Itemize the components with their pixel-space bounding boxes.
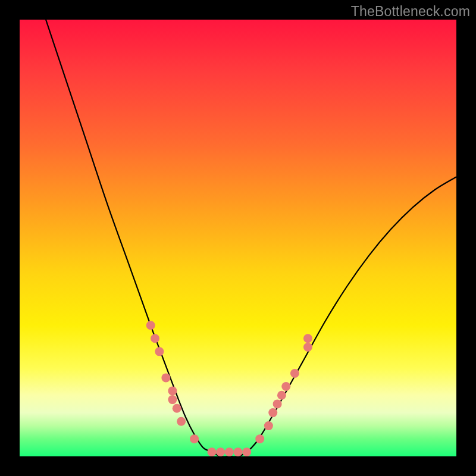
bottleneck-curve [46,20,456,456]
chart-svg [20,20,456,456]
data-point [303,343,312,352]
data-point [146,321,155,330]
data-point [155,347,164,356]
data-point [177,417,186,426]
watermark-text: TheBottleneck.com [351,4,470,20]
data-point [190,434,199,443]
data-point [207,447,216,456]
data-point [151,334,159,343]
data-points [146,321,312,456]
data-point [255,434,264,443]
data-point [173,404,181,413]
data-point [216,447,225,456]
chart-container: TheBottleneck.com [0,0,476,476]
data-point [273,399,282,408]
data-point [268,408,277,417]
data-point [242,447,251,456]
data-point [234,447,243,456]
plot-area [20,20,456,456]
data-point [168,395,177,404]
data-point [161,373,170,382]
data-point [168,386,177,395]
data-point [290,369,299,378]
data-point [225,447,234,456]
data-point [281,382,290,391]
data-point [303,334,312,343]
data-point [277,391,286,400]
data-point [264,421,273,430]
